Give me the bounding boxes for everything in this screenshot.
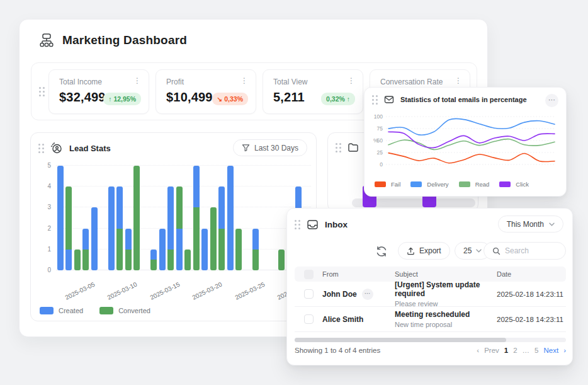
chevron-right-icon[interactable]: › [563,347,566,354]
drag-handle[interactable] [372,95,378,105]
svg-text:0: 0 [380,161,383,168]
page-size-value: 25 [463,246,472,255]
bar-segment-converted [278,250,285,270]
y-axis-label: 4 [38,183,51,190]
bar-segment-created [150,250,157,260]
export-button[interactable]: Export [398,242,450,260]
search-icon [492,247,500,255]
bar-segment-created [193,166,200,207]
bar-segment-converted [116,229,123,270]
more-menu-icon[interactable]: ⋯ [545,94,558,107]
y-axis-label: 0 [38,267,51,273]
table-row[interactable]: Alice SmithMeeting rescheduledNew time p… [295,307,566,332]
bar-segment-converted [252,250,259,270]
column-header-subject: Subject [395,270,497,278]
inbox-header: Inbox [295,219,348,231]
lead-stats-header: Lead Stats [38,142,111,154]
email-subject: [Urgent] System update required [395,280,497,298]
bar-segment-created [167,187,174,250]
email-subject: Meeting rescheduled [395,310,497,319]
bar-segment-created [176,229,183,270]
chevron-down-icon [549,222,555,226]
lead-stats-chart: 0123452025-03-052025-03-102025-03-152025… [56,166,311,270]
prev-button[interactable]: Prev [484,347,499,354]
legend-label: Delivery [427,181,448,188]
stat-value: $10,499 [166,90,213,105]
date-filter-button[interactable]: Last 30 Days [233,139,307,156]
y-axis-label: 2 [38,225,51,232]
chevron-down-icon [476,249,482,253]
dashboard-header: Marketing Dashboard [38,32,187,49]
column-header-date: Date [497,270,566,278]
pagination-ellipsis: … [523,347,530,354]
bar-segment-created [108,187,115,270]
refresh-button[interactable] [374,244,389,259]
entries-summary: Showing 1 to 4 of 4 entries [295,347,380,354]
bar-segment-created [218,187,225,228]
stat-title: Total View [273,78,307,86]
legend-swatch [40,307,54,314]
kebab-menu-icon[interactable]: ⋮ [346,75,356,86]
row-checkbox[interactable] [304,314,314,324]
bar-segment-converted [235,229,242,270]
drag-handle[interactable] [336,143,341,152]
row-checkbox[interactable] [304,289,314,299]
next-button[interactable]: Next [544,347,559,354]
period-select[interactable]: This Month [498,215,563,233]
export-label: Export [419,246,441,255]
search-field[interactable] [483,242,566,260]
drag-handle[interactable] [38,144,44,153]
date-filter-label: Last 30 Days [254,144,298,152]
page-button-2[interactable]: 2 [513,347,517,354]
x-axis-label: 2025-03-25 [234,281,266,301]
y-axis-label: 3 [38,204,51,210]
legend-swatch [499,181,511,187]
bar-segment-created [57,166,64,270]
line-series-fail [388,153,555,163]
email-chart-legend: FailDeliveryReadClick [375,181,529,188]
bar-segment-converted [125,250,132,270]
bar-segment-converted [150,260,157,270]
page-button-1[interactable]: 1 [504,347,508,354]
legend-item: Click [499,181,529,188]
email-date: 2025-02-18 14:23:11 [497,316,566,323]
stat-title: Total Income [59,78,102,86]
bar-segment-created [82,229,89,250]
email-date: 2025-02-18 14:23:11 [497,290,566,298]
chevron-left-icon[interactable]: ‹ [477,347,479,354]
line-series-delivery [388,118,555,135]
search-input[interactable] [505,246,562,255]
inbox-footer: Showing 1 to 4 of 4 entries ‹Prev12…5Nex… [295,347,566,354]
trend-badge: ↑ 12,95% [103,93,141,105]
select-all-checkbox[interactable] [304,270,314,279]
kebab-menu-icon[interactable]: ⋮ [132,75,142,86]
svg-text:25: 25 [377,149,383,156]
scrollbar-track[interactable] [295,338,566,342]
bar-segment-converted [176,187,183,228]
page-button-5[interactable]: 5 [534,347,538,354]
x-axis-label: 2025-03-20 [191,281,223,301]
legend-label: Converted [118,307,150,314]
table-row[interactable]: John Doe⋯[Urgent] System update required… [295,282,566,307]
kebab-menu-icon[interactable]: ⋮ [453,75,463,86]
bar-segment-converted [65,187,72,250]
page-title: Marketing Dashboard [62,33,187,47]
pagination: ‹Prev12…5Next› [477,347,566,354]
gridline [56,186,311,187]
drag-handle[interactable] [295,220,300,229]
bar-segment-created [65,250,72,270]
table-header-row: From Subject Date [295,267,566,282]
legend-item: Fail [375,181,400,188]
trend-badge: 0,32% ↑ [321,93,355,105]
bar-segment-converted [193,207,200,270]
row-menu-icon[interactable]: ⋯ [362,289,373,300]
kebab-menu-icon[interactable]: ⋮ [239,75,249,86]
svg-text:100: 100 [374,113,383,120]
legend-swatch [99,307,113,314]
drag-handle[interactable] [39,87,45,96]
scrollbar-thumb[interactable] [295,338,506,342]
bar-segment-converted [74,250,81,270]
email-preview: New time proposal [395,321,497,328]
email-stats-card: Statistics of total emails in percentage… [364,87,567,197]
svg-text:%: % [373,137,378,144]
